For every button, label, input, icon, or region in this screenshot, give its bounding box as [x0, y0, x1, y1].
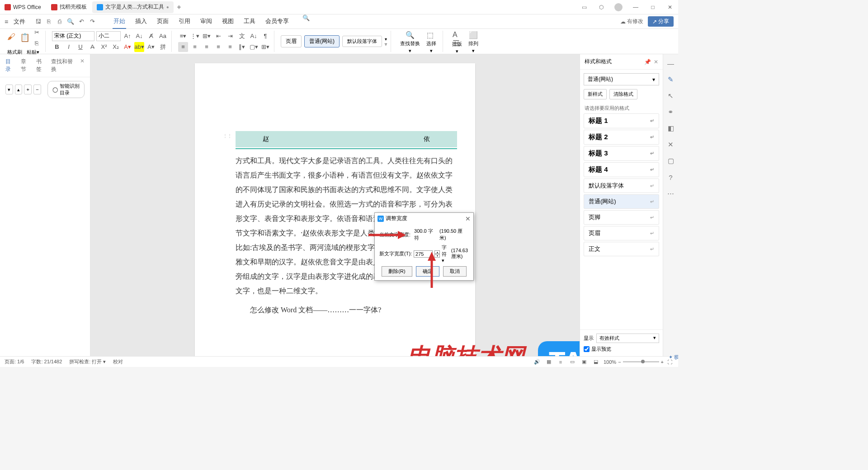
spinner-down[interactable]: ▾ — [434, 254, 440, 258]
tab-view[interactable]: 视图 — [221, 14, 235, 29]
page-status[interactable]: 页面: 1/6 — [5, 358, 24, 365]
undo-icon[interactable]: ↶ — [78, 18, 85, 25]
clear-format-icon[interactable]: A̸ — [146, 31, 156, 41]
hamburger-icon[interactable]: ≡ — [5, 18, 8, 25]
save-icon[interactable]: 🖫 — [34, 18, 42, 25]
collapse-icon[interactable]: — — [666, 59, 675, 68]
search-icon[interactable]: 🔍 — [302, 14, 310, 22]
increase-indent-icon[interactable]: ⇥ — [225, 31, 235, 41]
decrease-font-icon[interactable]: A↓ — [134, 31, 144, 41]
numbered-list-icon[interactable]: ⋮▾ — [190, 31, 200, 41]
nav-tab-bookmark[interactable]: 书签 — [36, 58, 45, 73]
text-effect-button[interactable]: A▾ — [146, 42, 156, 52]
link-icon[interactable]: ⚭ — [666, 108, 675, 117]
style-expand-icon[interactable]: ▾▿ — [385, 37, 387, 47]
nav-tab-chapter[interactable]: 章节 — [21, 58, 30, 73]
show-marks-icon[interactable]: ¶ — [260, 31, 270, 41]
normal-web-style-button[interactable]: 普通(网站) — [304, 35, 340, 47]
nav-minus-button[interactable]: − — [33, 85, 41, 94]
spinner-up[interactable]: ▴ — [434, 250, 440, 254]
document-page[interactable]: ⋮⋮ 赵 依 方式和工具。现代文字大多是记录语言的工具。人类往往先有口头的语言后… — [195, 63, 475, 356]
align-distribute-icon[interactable]: ≡ — [225, 42, 235, 52]
text-direction-icon[interactable]: 文 — [237, 31, 247, 41]
preview-icon[interactable]: 🔍 — [67, 18, 74, 25]
shading-icon[interactable]: ▢▾ — [249, 42, 259, 52]
tab-review[interactable]: 审阅 — [199, 14, 213, 29]
tab-tools[interactable]: 工具 — [243, 14, 256, 29]
new-style-button[interactable]: 新样式 — [584, 89, 607, 99]
default-para-style-button[interactable]: 默认段落字体 — [342, 36, 382, 47]
file-menu[interactable]: 文件 — [14, 18, 25, 26]
tab-insert[interactable]: 插入 — [134, 14, 148, 29]
decrease-indent-icon[interactable]: ⇤ — [213, 31, 223, 41]
dialog-close-icon[interactable]: ✕ — [465, 215, 471, 222]
strikethrough-button[interactable]: A̶ — [87, 42, 97, 52]
redo-icon[interactable]: ↷ — [89, 18, 96, 25]
pin-icon[interactable]: 📌 — [644, 59, 651, 65]
dialog-ok-button[interactable]: 确定 — [416, 266, 439, 277]
minimize-button[interactable]: — — [627, 1, 644, 14]
more-icon[interactable]: ⋯ — [666, 189, 675, 198]
tab-member[interactable]: 会员专享 — [264, 14, 290, 29]
select-button[interactable]: ⬚选择▾ — [424, 31, 439, 52]
style-item[interactable]: 标题 3↵ — [584, 146, 659, 161]
new-width-input[interactable] — [414, 250, 433, 258]
tools-icon[interactable]: ✕ — [666, 140, 675, 149]
style-item[interactable]: 默认段落字体↵ — [584, 179, 659, 193]
pointer-icon[interactable]: ↖ — [666, 91, 675, 100]
style-item[interactable]: 页脚↵ — [584, 210, 659, 225]
tab-add-button[interactable]: + — [175, 3, 184, 11]
nav-up-button[interactable]: ▴ — [15, 85, 23, 94]
bullet-list-icon[interactable]: ≡▾ — [178, 31, 188, 41]
nav-close-icon[interactable]: ✕ — [80, 58, 85, 73]
increase-font-icon[interactable]: A↑ — [123, 31, 132, 41]
find-replace-button[interactable]: 🔍查找替换▾ — [397, 31, 423, 52]
highlight-button[interactable]: ab▾ — [134, 42, 144, 52]
style-item[interactable]: 普通(网站)↵ — [584, 194, 659, 209]
zoom-slider[interactable] — [623, 361, 659, 362]
tab-document[interactable]: 文字是人类...方式和工具● — [92, 1, 174, 13]
user-avatar[interactable] — [610, 1, 627, 14]
arrange-button[interactable]: ⬜排列▾ — [466, 31, 481, 52]
clear-format-button[interactable]: 清除格式 — [609, 89, 637, 99]
bookmark-side-icon[interactable]: ▢ — [666, 156, 675, 165]
style-item[interactable]: 标题 2↵ — [584, 130, 659, 145]
cut-icon[interactable]: ✂ — [32, 27, 42, 37]
nav-tab-toc[interactable]: 目录 — [5, 58, 14, 73]
sort-icon[interactable]: A↓ — [249, 31, 259, 41]
italic-button[interactable]: I — [64, 42, 74, 52]
change-case-icon[interactable]: Aa — [158, 31, 168, 41]
speaker-icon[interactable]: 🔊 — [533, 358, 541, 366]
font-size-select[interactable] — [96, 31, 121, 41]
nav-tab-find[interactable]: 查找和替换 — [51, 58, 74, 73]
style-item[interactable]: 标题 1↵ — [584, 113, 659, 128]
dialog-delete-button[interactable]: 删除(R) — [382, 266, 412, 277]
tab-template[interactable]: 找稻壳模板 — [47, 1, 91, 13]
view-outline-icon[interactable]: ≡ — [557, 358, 565, 366]
document-question-text[interactable]: 怎么修改 Word 文档——………一一字体? — [236, 303, 457, 317]
smart-toc-button[interactable]: ◯ 智能识别目录 — [47, 81, 85, 98]
view-read-icon[interactable]: ▣ — [580, 358, 588, 366]
align-justify-icon[interactable]: ≡ — [213, 42, 223, 52]
line-spacing-icon[interactable]: ‖▾ — [237, 42, 247, 52]
style-item[interactable]: 正文↵ — [584, 242, 659, 256]
share-button[interactable]: ↗ 分享 — [648, 16, 674, 27]
multilevel-list-icon[interactable]: ⊞▾ — [202, 31, 212, 41]
panel-close-icon[interactable]: ✕ — [654, 59, 658, 65]
unit-dropdown[interactable]: 字符▾ — [442, 244, 449, 263]
current-style-dropdown[interactable]: 普通(网站)▾ — [584, 73, 659, 85]
tab-reference[interactable]: 引用 — [178, 14, 191, 29]
edit-icon[interactable]: ✎ — [666, 75, 675, 84]
help-icon[interactable]: ? — [666, 173, 675, 182]
spell-check-status[interactable]: 拼写检查: 打开 ▾ — [69, 358, 106, 365]
align-right-icon[interactable]: ≡ — [202, 42, 212, 52]
font-family-select[interactable] — [52, 31, 94, 41]
palette-icon[interactable]: ◧ — [666, 124, 675, 133]
zoom-in-button[interactable]: + — [661, 359, 664, 365]
notebook-icon[interactable]: ▭ — [576, 1, 592, 14]
view-print-icon[interactable]: ▦ — [545, 358, 553, 366]
maximize-button[interactable]: □ — [645, 1, 661, 14]
cube-icon[interactable]: ⬡ — [593, 1, 609, 14]
header-style-button[interactable]: 页眉 — [281, 35, 302, 47]
subscript-button[interactable]: X₂ — [111, 42, 121, 52]
